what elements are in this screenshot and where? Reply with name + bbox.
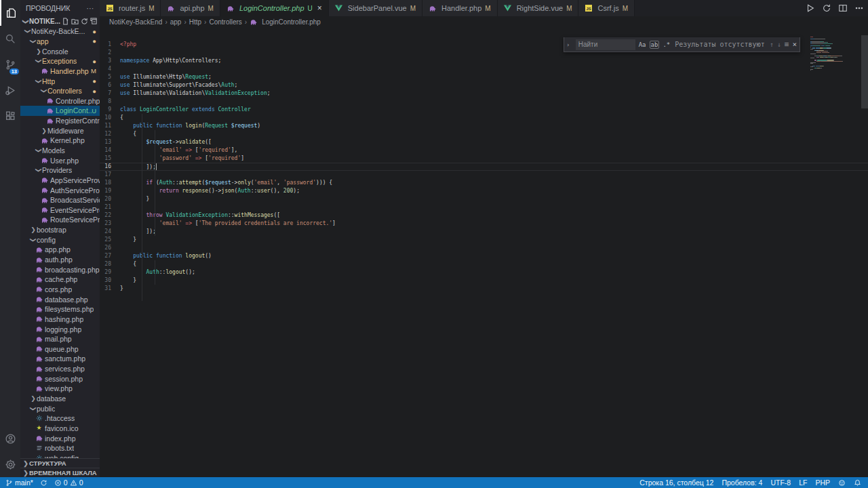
tree-folder-Controllers[interactable]: ❯Controllers● [20,86,100,96]
tree-folder-bootstrap[interactable]: ❯bootstrap [20,225,100,235]
tree-file-logging.php[interactable]: logging.php [20,324,100,334]
tree-file-session.php[interactable]: session.php [20,373,100,384]
language-mode[interactable]: PHP [815,479,830,487]
cursor-position[interactable]: Строка 16, столбец 12 [639,479,713,487]
tree-file-favicon.ico[interactable]: ★favicon.ico [20,424,100,434]
tree-folder-Http[interactable]: ❯Http● [20,76,100,86]
regex-icon[interactable]: .* [663,41,670,48]
code-line-9[interactable]: 9class LoginController extends Controlle… [100,106,868,114]
tree-file-broadcasting.php[interactable]: broadcasting.php [20,264,100,274]
breadcrumb-item[interactable]: LoginController.php [262,18,321,26]
tree-file-LoginCont...[interactable]: LoginCont...U [20,106,100,116]
whole-word-icon[interactable]: ab [650,41,660,49]
tab-router.js[interactable]: JSrouter.jsM [100,0,161,16]
tree-file-mail.php[interactable]: mail.php [20,334,100,344]
tree-folder-config[interactable]: ❯config [20,235,100,245]
tree-file-EventServicePro...[interactable]: EventServicePro... [20,205,100,216]
breadcrumb-item[interactable]: app [170,18,182,26]
tree-file-User.php[interactable]: User.php [20,155,100,165]
code-line-13[interactable]: 13 $request->validate([ [100,138,868,146]
code-line-20[interactable]: 20 } [100,195,868,203]
tree-folder-Exceptions[interactable]: ❯Exceptions● [20,56,100,66]
tree-file-services.php[interactable]: services.php [20,364,100,374]
sync-status-item[interactable] [40,479,47,487]
tree-file-web.config[interactable]: web.config [20,453,100,458]
extensions-icon[interactable] [0,103,20,129]
tree-file-AppServiceProvi...[interactable]: AppServiceProvi... [20,176,100,186]
find-previous-icon[interactable]: ↑ [770,41,774,48]
code-line-21[interactable]: 21 [100,203,868,211]
breadcrumb-item[interactable]: Http [189,18,201,26]
breadcrumb-item[interactable]: NotiKey-BackEnd [109,18,162,26]
tree-file-robots.txt[interactable]: robots.txt [20,443,100,453]
close-icon[interactable]: × [317,3,322,13]
tree-file-Controller.php[interactable]: Controller.php [20,96,100,106]
indentation[interactable]: Пробелов: 4 [722,479,762,487]
code-line-19[interactable]: 19 return response()->json(Auth::user(),… [100,187,868,195]
source-control-icon[interactable]: 13 [0,52,20,77]
find-input[interactable] [576,39,635,50]
tree-file-cache.php[interactable]: cache.php [20,274,100,285]
run-icon[interactable] [806,3,815,13]
tab-RightSide.vue[interactable]: RightSide.vueM [498,0,579,16]
code-line-5[interactable]: 5use Illuminate\Http\Request; [100,73,868,81]
tree-folder-Models[interactable]: ❯Models [20,146,100,156]
settings-gear-icon[interactable] [0,451,20,477]
search-icon[interactable] [0,26,20,52]
find-next-icon[interactable]: ↓ [777,41,781,48]
code-line-15[interactable]: 15 'password' => ['required'] [100,155,868,163]
sync-icon[interactable] [822,3,831,13]
tree-file-queue.php[interactable]: queue.php [20,344,100,354]
toggle-replace-icon[interactable]: › [564,37,572,52]
tree-file-sanctum.php[interactable]: sanctum.php [20,354,100,364]
code-line-27[interactable]: 27 public function logout() [100,252,868,260]
match-case-icon[interactable]: Aa [639,41,646,48]
code-line-7[interactable]: 7use Illuminate\Validation\ValidationExc… [100,89,868,98]
code-line-10[interactable]: 10{ [100,114,868,122]
code-line-3[interactable]: 3namespace App\Http\Controllers; [100,57,868,65]
tree-file-hashing.php[interactable]: hashing.php [20,314,100,325]
tree-folder-Middleware[interactable]: ❯Middleware [20,125,100,136]
explorer-icon[interactable] [0,0,20,26]
breadcrumb-item[interactable]: Controllers [209,18,241,26]
problems-item[interactable]: 0 0 [54,479,83,487]
collapse-all-icon[interactable] [90,18,98,25]
sidebar-more-icon[interactable]: ⋯ [87,4,95,12]
tree-file-auth.php[interactable]: auth.php [20,255,100,265]
tree-file-RouteServicePro...[interactable]: RouteServicePro... [20,215,100,225]
code-line-11[interactable]: 11 public function login(Request $reques… [100,122,868,130]
workspace-section-header[interactable]: ❯ NOTIKE... [20,16,100,26]
tree-folder-NotiKey-BackE...[interactable]: ❯NotiKey-BackE...● [20,26,100,37]
code-line-17[interactable]: 17 [100,171,868,179]
code-line-14[interactable]: 14 'email' => ['required'], [100,146,868,155]
encoding[interactable]: UTF-8 [770,479,791,487]
new-folder-icon[interactable] [71,18,79,25]
tab-api.php[interactable]: api.phpM [161,0,220,16]
tree-folder-database[interactable]: ❯database [20,394,100,404]
code-line-4[interactable]: 4 [100,65,868,73]
code-line-16[interactable]: 16 ]); [100,163,868,171]
account-icon[interactable] [0,426,20,451]
code-line-22[interactable]: 22 throw ValidationException::withMessag… [100,211,868,220]
code-line-18[interactable]: 18 if (Auth::attempt($request->only('ema… [100,179,868,187]
split-editor-icon[interactable] [838,3,848,13]
code-line-31[interactable]: 31} [100,285,868,293]
feedback-icon[interactable] [838,479,846,487]
refresh-icon[interactable] [81,18,88,25]
code-line-24[interactable]: 24 ]); [100,228,868,236]
tab-LoginController.php[interactable]: LoginController.phpU× [220,0,329,16]
code-area[interactable]: 1<?php23namespace App\Http\Controllers;4… [100,27,868,477]
code-line-25[interactable]: 25 } [100,236,868,244]
code-line-29[interactable]: 29 Auth::logout(); [100,268,868,277]
tree-file-BroadcastServic...[interactable]: BroadcastServic... [20,195,100,205]
code-line-28[interactable]: 28 { [100,260,868,268]
tree-folder-public[interactable]: ❯public [20,403,100,413]
tree-file-.htaccess[interactable]: .htaccess [20,413,100,424]
tree-file-cors.php[interactable]: cors.php [20,285,100,295]
tree-file-database.php[interactable]: database.php [20,294,100,304]
tab-Csrf.js[interactable]: JSCsrf.jsM [578,0,635,16]
tree-file-Handler.php[interactable]: Handler.phpM [20,66,100,77]
tree-file-AuthServiceProv...[interactable]: AuthServiceProv... [20,185,100,195]
close-icon[interactable]: × [792,40,797,49]
tree-file-Kernel.php[interactable]: Kernel.php [20,136,100,146]
